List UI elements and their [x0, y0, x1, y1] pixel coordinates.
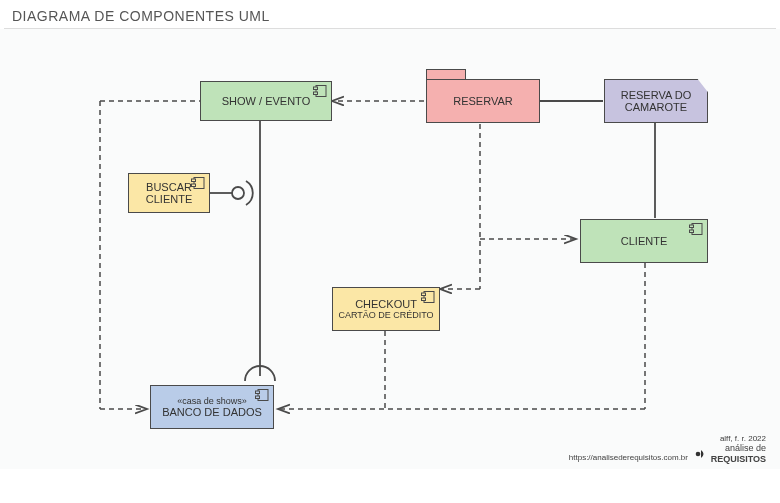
label-line2: CLIENTE — [146, 193, 192, 205]
svg-point-30 — [695, 452, 700, 457]
diagram-canvas: SHOW / EVENTO BUSCAR CLIENTE RESERVAR RE… — [0, 29, 780, 469]
label: BANCO DE DADOS — [162, 406, 262, 418]
package-reservar: RESERVAR — [426, 79, 540, 123]
footer-credit: alff, f. r. 2022 — [569, 434, 766, 444]
label-line1: BUSCAR — [146, 181, 192, 193]
brand-icon — [695, 448, 707, 460]
label: SHOW / EVENTO — [222, 95, 310, 107]
component-banco-de-dados: «casa de shows» BANCO DE DADOS — [150, 385, 274, 429]
svg-rect-23 — [690, 230, 694, 233]
label: CLIENTE — [621, 235, 667, 247]
stereotype: «casa de shows» — [177, 396, 247, 406]
svg-rect-17 — [314, 92, 318, 95]
svg-rect-22 — [690, 225, 694, 228]
label-line2: CAMAROTE — [625, 101, 687, 113]
brand-line2: REQUISITOS — [711, 454, 766, 464]
page-title: DIAGRAMA DE COMPONENTES UML — [0, 0, 780, 28]
component-cliente: CLIENTE — [580, 219, 708, 263]
svg-rect-26 — [422, 298, 426, 301]
component-buscar-cliente: BUSCAR CLIENTE — [128, 173, 210, 213]
component-icon — [313, 85, 327, 97]
brand-line1: análise de — [725, 443, 766, 453]
svg-rect-29 — [256, 396, 260, 399]
component-icon — [689, 223, 703, 235]
footer: alff, f. r. 2022 https://analisederequis… — [569, 434, 766, 465]
component-show-evento: SHOW / EVENTO — [200, 81, 332, 121]
svg-rect-25 — [422, 293, 426, 296]
svg-rect-16 — [314, 87, 318, 90]
label-line1: RESERVA DO — [621, 89, 692, 101]
label-line1: CHECKOUT — [355, 298, 417, 310]
component-icon — [191, 177, 205, 189]
svg-rect-28 — [256, 391, 260, 394]
component-icon — [421, 291, 435, 303]
svg-rect-20 — [192, 184, 196, 187]
footer-url: https://analisederequisitos.com.br — [569, 453, 688, 462]
component-icon — [255, 389, 269, 401]
note-reserva-camarote: RESERVA DO CAMAROTE — [604, 79, 708, 123]
footer-brand: análise de REQUISITOS — [695, 443, 766, 465]
component-checkout: CHECKOUT CARTÃO DE CRÉDITO — [332, 287, 440, 331]
label: RESERVAR — [453, 95, 513, 107]
svg-point-5 — [232, 187, 244, 199]
label-line2: CARTÃO DE CRÉDITO — [338, 310, 433, 320]
svg-rect-19 — [192, 179, 196, 182]
